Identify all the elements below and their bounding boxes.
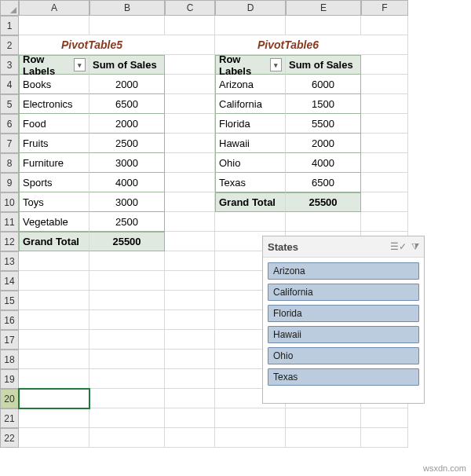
pivot1-row-label[interactable]: Electronics [19,94,89,114]
cell[interactable] [89,369,165,389]
pivot1-row-value[interactable]: 2500 [89,212,165,232]
cell[interactable] [89,350,165,369]
cell[interactable] [19,408,89,428]
cell[interactable] [361,153,408,173]
cell[interactable] [165,350,215,369]
pivot1-row-value[interactable]: 2000 [89,75,165,94]
slicer-clearfilter-icon[interactable]: ⧩ [411,241,419,252]
slicer-item[interactable]: California [268,284,419,301]
pivot2-row-label[interactable]: Arizona [215,75,286,94]
cell[interactable] [89,408,165,428]
row-header-3[interactable]: 3 [0,55,19,75]
cell[interactable] [361,134,408,153]
row-header-7[interactable]: 7 [0,134,19,153]
pivot2-rowlabels-header[interactable]: Row Labels▾ [215,55,286,75]
cell[interactable] [165,428,215,448]
row-header-22[interactable]: 22 [0,428,19,448]
cell[interactable] [165,173,215,192]
col-header-B[interactable]: B [89,0,165,16]
pivot2-row-label[interactable]: Florida [215,114,286,134]
cell[interactable] [165,291,215,310]
pivot1-row-label[interactable]: Books [19,75,89,94]
cell[interactable] [89,291,165,310]
row-header-17[interactable]: 17 [0,330,19,350]
cell[interactable] [89,16,165,35]
cell[interactable] [361,173,408,192]
cell[interactable] [361,114,408,134]
pivot1-rowlabels-header[interactable]: Row Labels▾ [19,55,89,75]
pivot1-row-label[interactable]: Food [19,114,89,134]
cell[interactable] [361,94,408,114]
row-header-14[interactable]: 14 [0,271,19,291]
pivot2-row-value[interactable]: 6500 [286,173,361,192]
cell[interactable] [361,16,408,35]
pivot2-row-label[interactable]: California [215,94,286,114]
cell[interactable] [19,428,89,448]
row-header-15[interactable]: 15 [0,291,19,310]
cell[interactable] [215,16,286,35]
row-header-11[interactable]: 11 [0,212,19,232]
cell[interactable] [361,428,408,448]
col-header-A[interactable]: A [19,0,89,16]
cell[interactable] [89,330,165,350]
pivot1-row-value[interactable]: 2000 [89,114,165,134]
cell[interactable] [165,271,215,291]
pivot1-row-value[interactable]: 6500 [89,94,165,114]
pivot2-sum-header[interactable]: Sum of Sales [286,55,361,75]
row-header-8[interactable]: 8 [0,153,19,173]
cell[interactable] [19,350,89,369]
pivot1-row-label[interactable]: Furniture [19,153,89,173]
row-header-19[interactable]: 19 [0,369,19,389]
cell[interactable] [286,16,361,35]
cell[interactable] [165,310,215,330]
cell[interactable] [19,291,89,310]
row-header-5[interactable]: 5 [0,94,19,114]
row-header-4[interactable]: 4 [0,75,19,94]
cell[interactable] [215,428,286,448]
pivot2-row-value[interactable]: 5500 [286,114,361,134]
cell[interactable] [286,408,361,428]
pivot2-row-label[interactable]: Hawaii [215,134,286,153]
cell[interactable] [19,251,89,271]
cell[interactable] [165,75,215,94]
cell[interactable] [19,389,89,408]
slicer-item[interactable]: Florida [268,305,419,322]
cell[interactable] [165,251,215,271]
pivot1-title[interactable]: PivotTable5 [19,35,165,55]
pivot2-row-label[interactable]: Ohio [215,153,286,173]
pivot2-row-value[interactable]: 4000 [286,153,361,173]
cell[interactable] [165,16,215,35]
cell[interactable] [165,94,215,114]
cell[interactable] [165,408,215,428]
pivot1-row-label[interactable]: Toys [19,192,89,212]
cell[interactable] [361,212,408,232]
cell[interactable] [165,55,215,75]
cell[interactable] [165,192,215,212]
row-header-12[interactable]: 12 [0,232,19,251]
col-header-D[interactable]: D [215,0,286,16]
cell[interactable] [165,212,215,232]
cell[interactable] [89,389,165,408]
pivot2-row-label[interactable]: Texas [215,173,286,192]
pivot1-row-value[interactable]: 4000 [89,173,165,192]
cell[interactable] [165,369,215,389]
row-header-21[interactable]: 21 [0,408,19,428]
row-header-20[interactable]: 20 [0,389,19,408]
pivot1-row-value[interactable]: 3000 [89,153,165,173]
cell[interactable] [165,330,215,350]
cell[interactable] [361,75,408,94]
row-header-2[interactable]: 2 [0,35,19,55]
cell[interactable] [89,428,165,448]
pivot2-row-value[interactable]: 2000 [286,134,361,153]
cell[interactable] [165,232,215,251]
pivot1-row-value[interactable]: 2500 [89,134,165,153]
pivot1-grandtotal-value[interactable]: 25500 [89,232,165,251]
cell[interactable] [89,271,165,291]
cell[interactable] [19,369,89,389]
filter-dropdown-icon[interactable]: ▾ [74,58,86,71]
pivot2-row-value[interactable]: 6000 [286,75,361,94]
cell[interactable] [165,35,215,55]
cell[interactable] [361,55,408,75]
cell[interactable] [361,35,408,55]
pivot2-grandtotal-value[interactable]: 25500 [286,192,361,212]
